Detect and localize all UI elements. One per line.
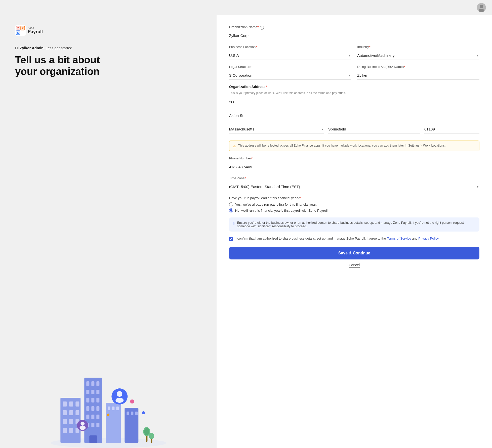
- org-address-label: Organization Address: [229, 85, 266, 89]
- payroll-no-radio[interactable]: [229, 208, 233, 212]
- org-name-label: Organization Name: [229, 25, 257, 29]
- legal-dba-row: Legal Structure * S Corporation C Corpor…: [229, 65, 479, 85]
- legal-structure-select-wrapper: S Corporation C Corporation LLC ▾: [229, 71, 351, 80]
- illustration: [0, 352, 217, 448]
- svg-rect-52: [131, 412, 133, 415]
- timezone-select[interactable]: (GMT -5:00) Eastern Standard Time (EST) …: [229, 183, 479, 191]
- svg-rect-40: [86, 415, 89, 419]
- payroll-yes-label: Yes, we've already run payroll(s) for th…: [235, 203, 317, 206]
- svg-rect-34: [86, 398, 89, 402]
- svg-rect-20: [75, 410, 79, 415]
- payroll-no-radio-label[interactable]: No, we'll run this financial year's firs…: [229, 208, 479, 212]
- phone-label: Phone Number: [229, 156, 251, 160]
- timezone-select-wrapper: (GMT -5:00) Eastern Standard Time (EST) …: [229, 183, 479, 191]
- legal-structure-col: Legal Structure * S Corporation C Corpor…: [229, 65, 351, 85]
- authorization-info-icon: ℹ: [233, 221, 235, 226]
- state-col: Massachusetts California New York ▾: [229, 125, 324, 139]
- authorization-info-box: ℹ Ensure you're either the business owne…: [229, 217, 479, 232]
- svg-rect-42: [96, 415, 99, 419]
- org-address-required: *: [266, 85, 267, 89]
- payroll-yes-radio[interactable]: [229, 202, 233, 206]
- save-continue-button[interactable]: Save & Continue: [229, 247, 479, 259]
- svg-rect-29: [91, 381, 94, 386]
- city-col: [328, 125, 420, 139]
- svg-rect-36: [96, 398, 99, 402]
- payroll-radio-group: Yes, we've already run payroll(s) for th…: [229, 202, 479, 212]
- timezone-field: Time Zone * (GMT -5:00) Eastern Standard…: [229, 176, 479, 191]
- biz-location-required: *: [256, 45, 257, 50]
- industry-label: Industry: [357, 45, 369, 49]
- industry-col: Industry * Automotive/Machinery Technolo…: [357, 45, 479, 65]
- user-avatar[interactable]: [477, 3, 486, 12]
- biz-location-select[interactable]: U.S.A Canada UK: [229, 51, 351, 60]
- svg-point-66: [144, 428, 149, 435]
- legal-structure-select[interactable]: S Corporation C Corporation LLC: [229, 71, 351, 80]
- svg-rect-25: [69, 428, 73, 433]
- main-layout: Z P $ Zoho Payroll Hi Zylker Admin! Let'…: [0, 15, 492, 448]
- checkbox-text: I confirm that I am authorized to share …: [236, 237, 439, 240]
- svg-rect-22: [69, 419, 73, 424]
- svg-point-60: [79, 426, 86, 430]
- svg-text:Z: Z: [17, 27, 19, 30]
- logo-text: Zoho Payroll: [28, 26, 43, 34]
- legal-structure-label: Legal Structure: [229, 65, 251, 69]
- payroll-no-label: No, we'll run this financial year's firs…: [235, 209, 329, 212]
- biz-location-select-wrapper: U.S.A Canada UK ▾: [229, 51, 351, 60]
- zip-input[interactable]: [424, 125, 479, 133]
- terms-link[interactable]: Terms of Service: [387, 237, 411, 240]
- state-select-wrapper: Massachusetts California New York ▾: [229, 125, 324, 133]
- phone-input[interactable]: [229, 163, 479, 171]
- biz-location-col: Business Location * U.S.A Canada UK ▾: [229, 45, 351, 65]
- org-address-section: Organization Address * This is your prim…: [229, 85, 479, 139]
- svg-rect-18: [63, 410, 67, 415]
- svg-rect-33: [96, 390, 99, 394]
- address-banner-icon: ⚠: [233, 144, 236, 148]
- industry-select-wrapper: Automotive/Machinery Technology Healthca…: [357, 51, 479, 60]
- biz-location-label: Business Location: [229, 45, 256, 49]
- payroll-yes-radio-label[interactable]: Yes, we've already run payroll(s) for th…: [229, 202, 479, 206]
- svg-rect-48: [112, 407, 114, 410]
- svg-point-63: [107, 414, 109, 416]
- logo-payroll-label: Payroll: [28, 29, 43, 34]
- svg-rect-39: [96, 406, 99, 411]
- svg-rect-38: [91, 406, 94, 411]
- svg-point-62: [142, 411, 145, 414]
- authorization-checkbox-label[interactable]: I confirm that I am authorized to share …: [229, 237, 479, 241]
- city-input[interactable]: [328, 125, 420, 133]
- state-select[interactable]: Massachusetts California New York: [229, 125, 324, 133]
- svg-rect-31: [86, 390, 89, 394]
- svg-point-61: [130, 399, 134, 404]
- svg-rect-15: [63, 401, 67, 407]
- zip-col: [424, 125, 479, 139]
- svg-rect-35: [91, 398, 94, 402]
- address-state-city-zip-row: Massachusetts California New York ▾: [229, 125, 479, 139]
- privacy-link[interactable]: Privacy Policy: [418, 237, 438, 240]
- timezone-required: *: [244, 176, 246, 181]
- svg-point-57: [115, 398, 124, 403]
- address-info-banner: ⚠ This address will be reflected across …: [229, 141, 479, 151]
- industry-required: *: [369, 45, 371, 50]
- payroll-question-section: Have you run payroll earlier this financ…: [229, 196, 479, 212]
- timezone-label: Time Zone: [229, 176, 245, 180]
- dba-input[interactable]: [357, 71, 479, 80]
- dba-required: *: [404, 65, 405, 70]
- svg-rect-45: [96, 423, 99, 427]
- org-name-info-icon[interactable]: i: [260, 26, 264, 30]
- authorization-checkbox[interactable]: [229, 237, 233, 241]
- zoho-payroll-logo-icon: Z P $: [15, 25, 26, 36]
- address-line2-input[interactable]: [229, 111, 479, 120]
- industry-select[interactable]: Automotive/Machinery Technology Healthca…: [357, 51, 479, 60]
- address-banner-text: This address will be reflected across al…: [238, 144, 446, 147]
- svg-rect-32: [91, 390, 94, 394]
- svg-point-56: [117, 391, 122, 397]
- svg-rect-24: [63, 428, 67, 433]
- svg-rect-49: [116, 407, 119, 410]
- cancel-button[interactable]: Cancel: [349, 263, 360, 268]
- payroll-question-text: Have you run payroll earlier this financ…: [229, 196, 479, 200]
- org-name-input[interactable]: [229, 31, 479, 40]
- address-line1-input[interactable]: [229, 98, 479, 106]
- svg-text:P: P: [22, 27, 24, 30]
- svg-text:$: $: [17, 31, 19, 35]
- page-headline: Tell us a bit about your organization: [15, 54, 111, 77]
- logo-area: Z P $ Zoho Payroll: [15, 25, 201, 36]
